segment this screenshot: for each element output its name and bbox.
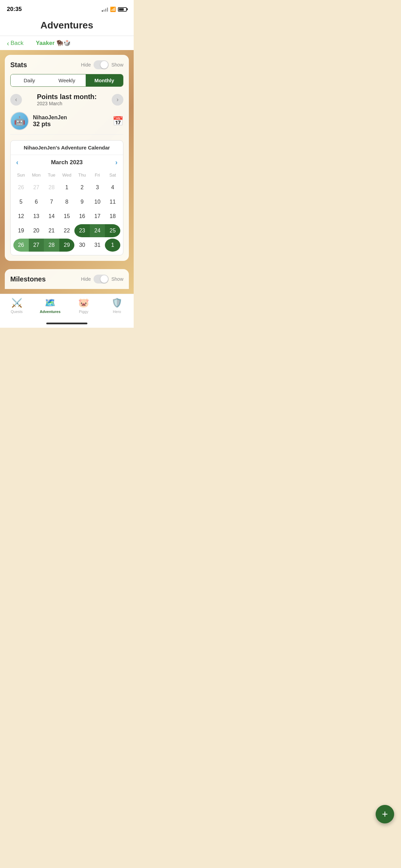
cal-day-prev-26[interactable]: 26: [13, 181, 29, 194]
show-label: Show: [111, 62, 123, 68]
piggy-icon: 🐷: [78, 298, 89, 308]
cal-next-button[interactable]: ›: [115, 158, 118, 166]
milestones-toggle-switch[interactable]: [94, 275, 109, 284]
tab-daily[interactable]: Daily: [11, 74, 48, 86]
cal-day-11[interactable]: 11: [105, 195, 120, 208]
bottom-nav: ⚔️ Quests 🗺️ Adventures 🐷 Piggy 🛡️ Hero: [0, 294, 134, 321]
nav-item-hero[interactable]: 🛡️ Hero: [107, 298, 127, 314]
nav-item-quests[interactable]: ⚔️ Quests: [7, 298, 27, 314]
cal-day-31[interactable]: 31: [90, 239, 105, 252]
milestones-toggle-group: Hide Show: [81, 275, 123, 284]
calendar-weekdays: Sun Mon Tue Wed Thu Fri Sat: [13, 171, 120, 179]
cal-day-21[interactable]: 21: [44, 224, 59, 237]
home-bar: [46, 323, 87, 324]
calendar-grid: Sun Mon Tue Wed Thu Fri Sat 26 27 28 1 2…: [11, 170, 123, 255]
adventures-icon: 🗺️: [45, 298, 56, 308]
cal-day-22[interactable]: 22: [59, 224, 75, 237]
avatar-emoji: 🤖: [14, 116, 25, 126]
cal-day-19[interactable]: 19: [13, 224, 29, 237]
points-prev-button[interactable]: ‹: [10, 94, 22, 106]
weekday-fri: Fri: [90, 171, 105, 179]
calendar-days: 26 27 28 1 2 3 4 5 6 7 8 9 10 11 12: [13, 181, 120, 252]
cal-day-24[interactable]: 24: [90, 224, 105, 237]
cal-day-18[interactable]: 18: [105, 210, 120, 223]
back-chevron-icon: ‹: [7, 40, 9, 47]
cal-day-29[interactable]: 29: [59, 239, 75, 252]
username: NihaoJenJen: [33, 114, 67, 121]
points-title: Points last month:: [37, 93, 97, 101]
user-points: 32 pts: [33, 121, 67, 128]
milestones-title: Milestones: [10, 275, 46, 283]
adventures-label: Adventures: [40, 310, 61, 314]
calendar-title: NihaoJenJen's Adventure Calendar: [11, 141, 123, 155]
avatar: 🤖: [10, 112, 29, 130]
stats-toggle-group: Hide Show: [81, 60, 123, 69]
hero-label: Hero: [113, 310, 121, 314]
cal-day-14[interactable]: 14: [44, 210, 59, 223]
battery-icon: [118, 7, 127, 12]
weekday-wed: Wed: [59, 171, 75, 179]
cal-prev-button[interactable]: ‹: [16, 158, 19, 166]
user-row: 🤖 NihaoJenJen 32 pts 📅: [10, 112, 123, 135]
cal-day-15[interactable]: 15: [59, 210, 75, 223]
stats-toggle-switch[interactable]: [94, 60, 109, 69]
quests-label: Quests: [11, 310, 23, 314]
nav-item-adventures[interactable]: 🗺️ Adventures: [40, 298, 61, 314]
cal-day-6[interactable]: 6: [29, 195, 44, 208]
cal-day-7[interactable]: 7: [44, 195, 59, 208]
background-area: Stats Hide Show Daily Weekly Monthly ‹ P…: [0, 50, 134, 294]
points-period: 2023 March: [37, 101, 97, 106]
page-title: Adventures: [0, 20, 134, 31]
cal-day-17[interactable]: 17: [90, 210, 105, 223]
cal-day-1[interactable]: 1: [59, 181, 75, 194]
cal-day-30[interactable]: 30: [74, 239, 90, 252]
signal-icon: [102, 7, 108, 12]
cal-day-4[interactable]: 4: [105, 181, 120, 194]
weekday-sun: Sun: [13, 171, 29, 179]
tab-monthly[interactable]: Monthly: [86, 74, 123, 86]
cal-day-next-1[interactable]: 1: [105, 239, 120, 252]
calendar-icon[interactable]: 📅: [112, 116, 123, 126]
cal-day-8[interactable]: 8: [59, 195, 75, 208]
cal-day-prev-27[interactable]: 27: [29, 181, 44, 194]
stats-title: Stats: [10, 61, 27, 69]
weekday-thu: Thu: [74, 171, 90, 179]
cal-day-10[interactable]: 10: [90, 195, 105, 208]
status-bar: 20:35 📶: [0, 0, 134, 16]
cal-day-20[interactable]: 20: [29, 224, 44, 237]
cal-month-year: March 2023: [51, 159, 83, 166]
calendar-nav: ‹ March 2023 ›: [11, 155, 123, 170]
milestones-hide-label: Hide: [81, 276, 91, 282]
cal-day-5[interactable]: 5: [13, 195, 29, 208]
weekday-tue: Tue: [44, 171, 59, 179]
hero-icon: 🛡️: [111, 298, 122, 308]
period-tabs: Daily Weekly Monthly: [10, 74, 123, 87]
cal-day-23[interactable]: 23: [74, 224, 90, 237]
cal-day-9[interactable]: 9: [74, 195, 90, 208]
cal-day-2[interactable]: 2: [74, 181, 90, 194]
nav-username: Yaaker 🦬🎲: [36, 39, 71, 47]
points-next-button[interactable]: ›: [112, 94, 123, 106]
back-button[interactable]: ‹ Back: [7, 40, 23, 47]
cal-day-27[interactable]: 27: [29, 239, 44, 252]
user-info: NihaoJenJen 32 pts: [33, 114, 67, 128]
weekday-mon: Mon: [29, 171, 44, 179]
cal-day-16[interactable]: 16: [74, 210, 90, 223]
cal-day-12[interactable]: 12: [13, 210, 29, 223]
cal-day-prev-28[interactable]: 28: [44, 181, 59, 194]
tab-weekly[interactable]: Weekly: [48, 74, 85, 86]
cal-day-3[interactable]: 3: [90, 181, 105, 194]
back-label: Back: [11, 40, 24, 47]
cal-day-25[interactable]: 25: [105, 224, 120, 237]
page-title-bar: Adventures: [0, 16, 134, 36]
nav-bar: ‹ Back Yaaker 🦬🎲: [0, 36, 134, 50]
cal-day-13[interactable]: 13: [29, 210, 44, 223]
cal-day-28[interactable]: 28: [44, 239, 59, 252]
stats-header: Stats Hide Show: [10, 60, 123, 69]
milestones-card: Milestones Hide Show: [5, 269, 129, 289]
hide-label: Hide: [81, 62, 91, 68]
status-time: 20:35: [7, 6, 22, 13]
cal-day-26[interactable]: 26: [13, 239, 29, 252]
nav-item-piggy[interactable]: 🐷 Piggy: [73, 298, 94, 314]
home-indicator: [0, 321, 134, 328]
